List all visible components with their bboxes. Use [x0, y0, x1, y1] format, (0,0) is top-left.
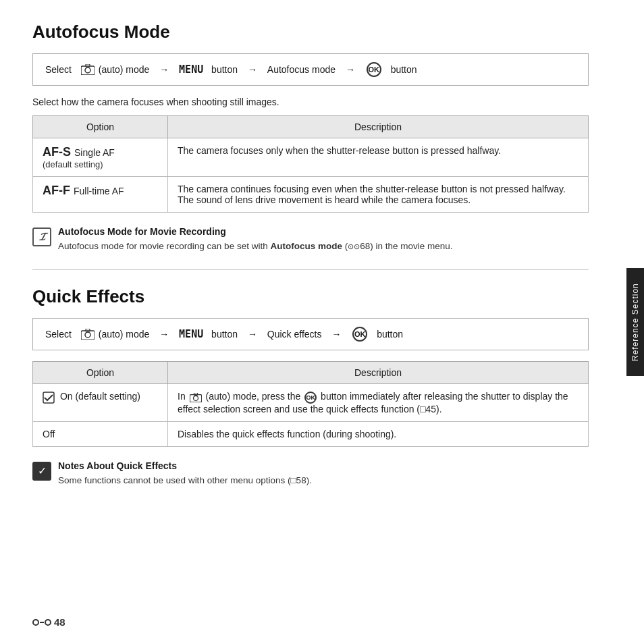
circle-1	[32, 619, 39, 626]
qe-desc-1-part1: (auto) mode, press the	[205, 391, 300, 402]
page-footer: 48	[32, 616, 65, 628]
af-option-2: AF-F Full-time AF	[33, 177, 168, 213]
qe-desc-1: In (auto) mode, press the OK button imme…	[168, 384, 589, 421]
quick-effects-note-title: Notes About Quick Effects	[58, 460, 589, 471]
qe-path-part4: button	[377, 329, 403, 340]
autofocus-note-content: Autofocus Mode for Movie Recording Autof…	[58, 226, 589, 253]
camera-icon-qe	[81, 329, 95, 340]
reference-section-tab: Reference Section	[626, 268, 644, 376]
qe-col-option: Option	[33, 362, 168, 384]
table-row: On (default setting) In (auto) mode, pre…	[33, 384, 589, 421]
circle-2	[45, 619, 51, 626]
af-desc-2: The camera continues focusing even when …	[168, 177, 589, 213]
qe-on-label: On (default setting)	[60, 391, 140, 402]
page-number: 48	[54, 616, 65, 628]
autofocus-note-body: Autofocus mode for movie recording can b…	[58, 240, 589, 253]
qe-option-2: Off	[33, 421, 168, 446]
af-s-sub: (default setting)	[43, 159, 158, 169]
qe-path-part2: button	[211, 329, 238, 340]
main-content: Autofocus Mode Select (auto) mode → MENU…	[0, 0, 621, 525]
side-tab-label: Reference Section	[630, 283, 640, 361]
af-col-description: Description	[168, 116, 589, 138]
qe-path-part1: (auto) mode	[99, 329, 149, 340]
af-arrow1: →	[159, 64, 169, 75]
af-arrow3: →	[346, 64, 355, 75]
qe-off-label: Off	[43, 429, 55, 439]
svg-point-4	[85, 332, 90, 338]
af-arrow2: →	[248, 64, 257, 75]
autofocus-note: 𝓘 Autofocus Mode for Movie Recording Aut…	[32, 226, 589, 253]
table-row: AF-S Single AF (default setting) The cam…	[33, 138, 589, 177]
svg-point-1	[85, 68, 90, 73]
qe-desc-1-ref: □45	[420, 404, 436, 414]
qe-arrow1: →	[159, 329, 169, 340]
svg-rect-2	[86, 64, 90, 67]
qe-ok-badge: OK	[352, 327, 367, 342]
table-row: AF-F Full-time AF The camera continues f…	[33, 177, 589, 213]
autofocus-title: Autofocus Mode	[32, 22, 589, 43]
qe-note-suffix: ).	[306, 475, 312, 485]
af-path-prefix: Select	[45, 64, 72, 75]
check-box-icon: ✓	[32, 462, 51, 481]
section-divider	[32, 269, 589, 270]
af-ok-badge: OK	[367, 62, 381, 77]
camera-icon	[81, 64, 95, 75]
table-row: Off Disables the quick effects function …	[33, 421, 589, 446]
af-menu-label: MENU	[179, 63, 203, 76]
qe-desc-1-suffix: ).	[436, 404, 442, 414]
qe-path-prefix: Select	[45, 329, 72, 340]
qe-note-ref: □58	[290, 475, 306, 485]
quick-effects-note-body: Some functions cannot be used with other…	[58, 474, 589, 487]
autofocus-subtitle: Select how the camera focuses when shoot…	[32, 97, 589, 107]
quick-effects-title: Quick Effects	[32, 286, 589, 307]
qe-option-1: On (default setting)	[33, 384, 168, 421]
on-check-icon	[43, 392, 55, 404]
af-note-body-text: Autofocus mode for movie recording can b…	[58, 241, 268, 251]
af-path-part1: (auto) mode	[99, 64, 149, 75]
af-s-label: AF-S Single AF	[43, 145, 158, 159]
quick-effects-note-content: Notes About Quick Effects Some functions…	[58, 460, 589, 487]
qe-arrow3: →	[331, 329, 341, 340]
qe-note-body: Some functions cannot be used with other…	[58, 475, 290, 485]
qe-col-description: Description	[168, 362, 589, 384]
af-note-suffix: in the movie menu.	[375, 241, 452, 251]
qe-arrow2: →	[248, 329, 257, 340]
autofocus-table: Option Description AF-S Single AF (defau…	[32, 115, 589, 213]
autofocus-note-title: Autofocus Mode for Movie Recording	[58, 226, 589, 237]
af-path-part3: Autofocus mode	[267, 64, 336, 75]
af-f-label: AF-F Full-time AF	[43, 184, 158, 198]
quick-effects-table: Option Description On (default setting)	[32, 361, 589, 446]
af-note-bold: Autofocus mode	[270, 241, 342, 251]
qe-desc-1-in: In	[178, 391, 186, 402]
camera-icon-qe-td	[190, 393, 202, 402]
af-col-option: Option	[33, 116, 168, 138]
page-icon	[32, 619, 51, 626]
af-path-part4: button	[391, 64, 417, 75]
quick-effects-note: ✓ Notes About Quick Effects Some functio…	[32, 460, 589, 487]
qe-menu-label: MENU	[179, 328, 203, 340]
autofocus-menu-path: Select (auto) mode → MENU button → Autof…	[32, 53, 589, 86]
svg-point-8	[193, 396, 198, 400]
af-path-part2: button	[211, 64, 238, 75]
qe-ok-inline: OK	[304, 392, 317, 404]
af-desc-1: The camera focuses only when the shutter…	[168, 138, 589, 177]
pencil-icon: 𝓘	[32, 227, 51, 246]
qe-desc-2: Disables the quick effects function (dur…	[168, 421, 589, 446]
qe-path-part3: Quick effects	[267, 329, 322, 340]
af-note-icon-inline: ⊙⊙	[348, 242, 360, 250]
af-option-1: AF-S Single AF (default setting)	[33, 138, 168, 177]
connector-line	[40, 622, 44, 623]
quick-effects-menu-path: Select (auto) mode → MENU button → Quick…	[32, 318, 589, 350]
